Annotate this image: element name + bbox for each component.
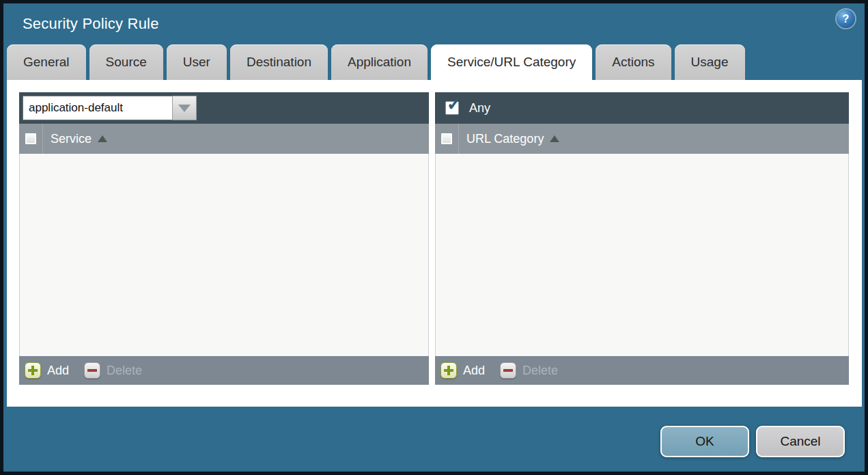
- url-category-select-all-cell: [435, 124, 458, 154]
- service-list: [19, 154, 429, 356]
- service-type-dropdown: [23, 96, 197, 120]
- add-label: Add: [463, 364, 485, 378]
- url-category-column-label: URL Category: [466, 132, 544, 146]
- add-label: Add: [47, 364, 69, 378]
- url-category-panel-header: ✓ Any: [435, 92, 849, 124]
- tab-application[interactable]: Application: [331, 44, 428, 80]
- check-icon: ✓: [447, 95, 462, 113]
- help-icon[interactable]: ?: [837, 10, 855, 28]
- dialog-body: Service Add Delete: [7, 80, 862, 407]
- delete-label: Delete: [522, 364, 558, 378]
- tab-user[interactable]: User: [167, 44, 227, 80]
- url-category-delete-button[interactable]: Delete: [500, 362, 558, 379]
- service-type-dropdown-button[interactable]: [172, 96, 197, 120]
- tab-source[interactable]: Source: [89, 44, 163, 80]
- url-category-list: [435, 154, 849, 356]
- service-panel-footer: Add Delete: [19, 356, 429, 385]
- tab-actions[interactable]: Actions: [596, 44, 671, 80]
- service-panel-header: [19, 92, 429, 124]
- service-column-header[interactable]: Service: [19, 124, 429, 154]
- chevron-down-icon: [178, 105, 191, 112]
- minus-icon: [84, 362, 100, 379]
- any-label: Any: [469, 101, 490, 116]
- service-column-label: Service: [51, 132, 92, 146]
- security-policy-rule-dialog: Security Policy Rule ? General Source Us…: [0, 0, 868, 475]
- dialog-action-buttons: OK Cancel: [660, 426, 845, 457]
- sort-ascending-icon: [98, 135, 107, 142]
- url-category-panel: ✓ Any URL Category Add: [435, 92, 849, 385]
- delete-label: Delete: [107, 364, 142, 378]
- column-divider: [42, 124, 43, 154]
- service-select-all-checkbox[interactable]: [25, 133, 37, 145]
- panels-row: Service Add Delete: [7, 80, 862, 385]
- url-category-column-header[interactable]: URL Category: [435, 124, 849, 154]
- service-add-button[interactable]: Add: [25, 362, 69, 379]
- service-panel: Service Add Delete: [19, 92, 429, 385]
- tab-service-url-category[interactable]: Service/URL Category: [431, 44, 592, 80]
- service-delete-button[interactable]: Delete: [84, 362, 142, 379]
- plus-icon: [440, 362, 457, 379]
- ok-button[interactable]: OK: [660, 426, 749, 457]
- title-bar: Security Policy Rule: [3, 3, 865, 44]
- tab-destination[interactable]: Destination: [230, 44, 328, 80]
- cancel-button[interactable]: Cancel: [756, 426, 845, 457]
- service-type-input[interactable]: [23, 96, 172, 120]
- url-category-select-all-checkbox[interactable]: [440, 133, 453, 145]
- tab-strip: General Source User Destination Applicat…: [7, 44, 865, 80]
- column-divider: [458, 124, 459, 154]
- tab-general[interactable]: General: [7, 44, 86, 80]
- plus-icon: [25, 362, 41, 379]
- minus-icon: [500, 362, 516, 379]
- dialog-title: Security Policy Rule: [23, 15, 159, 33]
- tab-usage[interactable]: Usage: [675, 44, 745, 80]
- url-category-add-button[interactable]: Add: [440, 362, 485, 379]
- service-select-all-cell: [19, 124, 42, 154]
- any-checkbox[interactable]: ✓: [445, 101, 459, 115]
- sort-ascending-icon: [550, 135, 559, 142]
- url-category-panel-footer: Add Delete: [435, 356, 849, 385]
